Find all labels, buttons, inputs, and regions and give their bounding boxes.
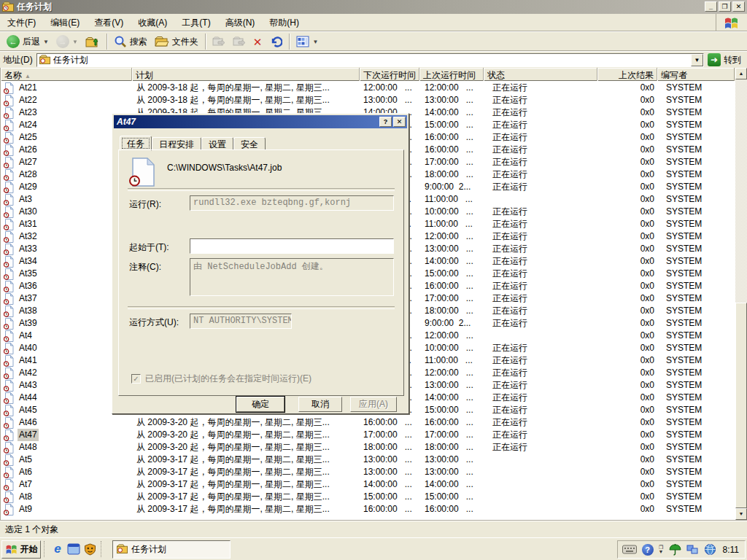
tab-security[interactable]: 安全 <box>233 137 266 150</box>
table-row[interactable]: At9 从 2009-3-17 起，每周的星期一, 星期二, 星期三... 16… <box>1 503 736 516</box>
run-field[interactable]: rundll32.exe bzteqbng.gf,kornj <box>190 195 394 211</box>
ime-help-icon[interactable]: ? <box>642 544 654 556</box>
column-header-schedule[interactable]: 计划 <box>132 68 360 81</box>
views-button[interactable]: ▼ <box>293 34 322 50</box>
ok-button[interactable]: 确定 <box>236 397 285 412</box>
back-label: 后退 <box>23 36 40 48</box>
comment-field[interactable]: 由 NetScheduleJobAdd 创建。 <box>190 258 394 296</box>
keyboard-icon[interactable] <box>622 545 637 554</box>
task-last-run-cell: 15:00:00 ... <box>419 491 484 503</box>
folders-label: 文件夹 <box>172 36 198 48</box>
column-header-status[interactable]: 状态 <box>484 68 597 81</box>
undo-button[interactable] <box>266 34 286 50</box>
search-icon <box>114 35 127 48</box>
task-last-result-cell: 0x0 <box>597 416 657 429</box>
scrollbar-thumb[interactable] <box>735 303 747 508</box>
run-as-field[interactable]: NT AUTHORITY\SYSTEM <box>190 314 292 329</box>
hidden-icons-button[interactable]: ❐ ▼ <box>659 545 664 554</box>
minimize-button[interactable]: _ <box>705 1 717 12</box>
antivirus-umbrella-tray-icon[interactable] <box>669 543 681 556</box>
task-name-cell[interactable]: At8 <box>1 491 132 503</box>
quicklaunch-antivirus-button[interactable] <box>82 541 98 557</box>
column-header-last-run[interactable]: 上次运行时间 <box>419 68 484 81</box>
move-to-button[interactable] <box>209 34 229 50</box>
column-header-next-run[interactable]: 下次运行时间 <box>360 68 419 81</box>
close-button[interactable]: ✕ <box>732 1 745 12</box>
apply-button[interactable]: 应用(A) <box>350 397 397 412</box>
task-next-run-cell: 15:00:00 ... <box>360 491 419 503</box>
task-last-result-cell: 0x0 <box>597 317 657 330</box>
table-row[interactable]: At22 从 2009-3-18 起，每周的星期一, 星期二, 星期三... 1… <box>1 94 736 106</box>
taskbar-separator <box>44 541 47 557</box>
restore-button[interactable]: ❐ <box>719 1 731 12</box>
delete-button[interactable]: ✕ <box>249 34 266 50</box>
table-row[interactable]: At8 从 2009-3-17 起，每周的星期一, 星期二, 星期三... 15… <box>1 491 736 503</box>
go-button[interactable]: ➜ 转到 <box>708 53 744 66</box>
table-row[interactable]: At48 从 2009-3-20 起，每周的星期一, 星期二, 星期三... 1… <box>1 441 736 454</box>
task-last-result-cell: 0x0 <box>597 131 657 144</box>
menu-help[interactable]: 帮助(H) <box>262 15 306 31</box>
scroll-up-button[interactable]: ▲ <box>735 68 747 79</box>
table-row[interactable]: At6 从 2009-3-17 起，每周的星期一, 星期二, 星期三... 13… <box>1 466 736 478</box>
quicklaunch-app-button[interactable] <box>66 541 82 557</box>
copy-to-button[interactable] <box>229 34 249 50</box>
taskbar-task-button[interactable]: 任务计划 <box>112 540 231 559</box>
window-titlebar[interactable]: 任务计划 _ ❐ ✕ <box>0 0 747 14</box>
tray-clock[interactable]: 8:11 <box>723 545 739 555</box>
table-row[interactable]: At21 从 2009-3-18 起，每周的星期一, 星期二, 星期三... 1… <box>1 82 736 94</box>
task-name-cell[interactable]: At22 <box>1 94 132 106</box>
column-header-creator[interactable]: 编写者 <box>657 68 735 81</box>
enabled-checkbox[interactable]: ✓ <box>131 374 141 384</box>
task-status-cell: 正在运行 <box>484 429 597 441</box>
start-in-field[interactable] <box>190 238 394 254</box>
task-name-cell[interactable]: At48 <box>1 441 132 454</box>
start-button[interactable]: 开始 <box>1 540 41 559</box>
menu-file[interactable]: 文件(F) <box>0 15 43 31</box>
address-dropdown-button[interactable]: ▼ <box>691 54 703 66</box>
task-page-clock-icon <box>4 82 14 94</box>
task-name-cell[interactable]: At7 <box>1 478 132 491</box>
back-button[interactable]: ← 后退 ▼ <box>3 34 53 50</box>
task-name-cell[interactable]: At9 <box>1 503 132 516</box>
vertical-scrollbar[interactable]: ▲ ▼ <box>735 68 747 520</box>
address-combo[interactable]: 任务计划 ▼ <box>36 53 704 67</box>
dialog-close-button[interactable]: ✕ <box>393 117 406 127</box>
task-creator-cell: SYSTEM <box>657 392 735 404</box>
search-button[interactable]: 搜索 <box>110 34 151 50</box>
quicklaunch-ie-button[interactable]: e <box>50 541 66 557</box>
menu-edit[interactable]: 编辑(E) <box>43 15 87 31</box>
up-button[interactable] <box>82 34 104 50</box>
network-icon[interactable] <box>686 544 699 555</box>
menu-tools[interactable]: 工具(T) <box>174 15 217 31</box>
table-row[interactable]: At7 从 2009-3-17 起，每周的星期一, 星期二, 星期三... 14… <box>1 478 736 491</box>
menu-view[interactable]: 查看(V) <box>87 15 131 31</box>
tab-settings[interactable]: 设置 <box>201 137 233 150</box>
task-creator-cell: SYSTEM <box>657 206 735 218</box>
windows-flag-icon <box>724 15 740 31</box>
menu-favorites[interactable]: 收藏(A) <box>131 15 174 31</box>
task-name-cell[interactable]: At6 <box>1 466 132 478</box>
task-last-run-cell: 13:00:00 ... <box>419 454 484 466</box>
task-name-cell[interactable]: At46 <box>1 416 132 429</box>
cancel-button[interactable]: 取消 <box>298 397 342 412</box>
views-dropdown-icon[interactable]: ▼ <box>312 39 318 45</box>
task-name-cell[interactable]: At5 <box>1 454 132 466</box>
dialog-help-button[interactable]: ? <box>379 117 392 127</box>
table-row[interactable]: At46 从 2009-3-20 起，每周的星期一, 星期二, 星期三... 1… <box>1 416 736 429</box>
task-name-cell[interactable]: At21 <box>1 82 132 94</box>
task-name-cell[interactable]: At47 <box>1 429 132 441</box>
enabled-checkbox-row[interactable]: ✓ 已启用(已计划的任务会在指定时间运行)(E) <box>131 373 311 385</box>
menu-advanced[interactable]: 高级(N) <box>218 15 263 31</box>
scroll-down-button[interactable]: ▼ <box>735 508 747 520</box>
forward-button[interactable]: → ▼ <box>53 34 82 50</box>
globe-icon[interactable] <box>704 543 716 556</box>
table-row[interactable]: At5 从 2009-3-17 起，每周的星期一, 星期二, 星期三... 13… <box>1 454 736 466</box>
tab-task[interactable]: 任务 <box>120 136 152 151</box>
table-row[interactable]: At47 从 2009-3-20 起，每周的星期一, 星期二, 星期三... 1… <box>1 429 736 441</box>
folders-button[interactable]: 文件夹 <box>151 34 202 50</box>
column-header-last-result[interactable]: 上次结果 <box>597 68 657 81</box>
back-dropdown-icon[interactable]: ▼ <box>43 39 49 45</box>
dialog-titlebar[interactable]: At47 ? ✕ <box>114 115 407 128</box>
tab-schedule[interactable]: 日程安排 <box>152 137 201 150</box>
column-header-name[interactable]: 名称▲ <box>1 68 132 81</box>
